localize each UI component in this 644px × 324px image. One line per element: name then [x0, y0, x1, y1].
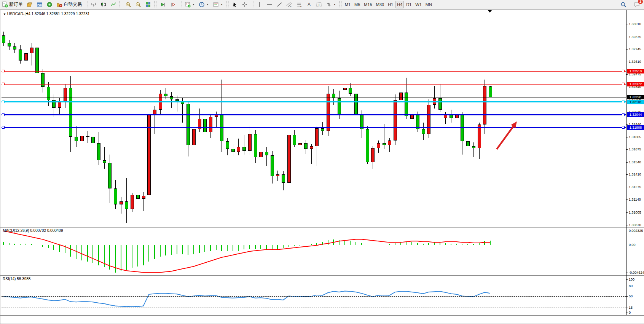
- text-button[interactable]: A: [304, 1, 314, 8]
- timeframe-button-m5[interactable]: M5: [353, 1, 362, 8]
- trendline-button[interactable]: [275, 1, 284, 8]
- timeframe-button-d1[interactable]: D1: [405, 1, 413, 8]
- chart-window-button[interactable]: [35, 1, 44, 8]
- crosshair-button[interactable]: [240, 1, 249, 8]
- macd-histogram-bar: [417, 243, 418, 245]
- line-handle[interactable]: [2, 70, 5, 72]
- candle: [399, 93, 403, 100]
- price-axis-label: 1.31275: [629, 185, 641, 189]
- notifications-button[interactable]: 1: [632, 1, 641, 8]
- bar-chart-button[interactable]: [89, 1, 98, 8]
- horizontal-line-object[interactable]: [2, 97, 626, 97]
- price-axis-label: 1.31805: [629, 135, 641, 139]
- line-handle[interactable]: [2, 113, 5, 116]
- timeframe-button-m1[interactable]: M1: [343, 1, 352, 8]
- search-button[interactable]: [619, 1, 628, 8]
- horizontal-line-object[interactable]: [2, 84, 626, 85]
- line-handle[interactable]: [622, 70, 625, 72]
- price-axis-label: 1.31140: [629, 198, 641, 201]
- chart-collapse-icon[interactable]: ▼: [3, 13, 6, 16]
- autotrading-button[interactable]: 自动交易: [55, 1, 83, 8]
- candle-wick: [104, 147, 105, 169]
- candle: [293, 135, 296, 145]
- price-axis-tick: [626, 62, 628, 62]
- candle: [282, 174, 285, 183]
- macd-histogram-bar: [294, 245, 295, 246]
- macd-histogram-bar: [87, 245, 88, 262]
- macd-histogram-bar: [434, 242, 435, 244]
- equidistant-channel-button[interactable]: E: [285, 1, 294, 8]
- timeframe-label: M5: [354, 2, 360, 7]
- fibonacci-button[interactable]: F: [295, 1, 304, 8]
- horizontal-line-button[interactable]: [265, 1, 274, 8]
- template-icon: [213, 2, 219, 8]
- macd-histogram-bar: [188, 245, 188, 255]
- horizontal-line-object[interactable]: [2, 71, 626, 72]
- macd-axis-tick: [626, 273, 628, 273]
- line-handle[interactable]: [2, 101, 5, 103]
- horizontal-line-object[interactable]: [2, 127, 626, 128]
- tile-windows-button[interactable]: [143, 1, 153, 8]
- market-watch-button[interactable]: [25, 1, 34, 8]
- macd-histogram-bar: [26, 244, 26, 245]
- chevron-down-icon: ▼: [206, 3, 209, 6]
- templates-button[interactable]: ▼: [211, 1, 225, 8]
- candle-wick: [171, 92, 172, 108]
- arrows-button[interactable]: ▼: [324, 1, 338, 8]
- line-handle[interactable]: [622, 113, 625, 116]
- line-handle[interactable]: [622, 126, 625, 129]
- price-axis-label: 1.31675: [629, 147, 641, 151]
- macd-histogram-bar: [210, 245, 211, 251]
- candlestick-chart-button[interactable]: [99, 1, 108, 8]
- vertical-line-button[interactable]: [255, 1, 264, 8]
- candle: [30, 48, 33, 53]
- chart-title: ▼ USDCAD-,H4 1.32346 1.32351 1.32229 1.3…: [3, 12, 90, 16]
- horizontal-line-object[interactable]: [2, 114, 626, 115]
- macd-histogram-bar: [148, 245, 149, 262]
- chart-window: 1.330101.328751.327451.326101.324751.323…: [0, 10, 644, 324]
- macd-histogram-bar: [115, 245, 116, 273]
- timeframe-button-h4[interactable]: H4: [395, 1, 404, 8]
- candle: [265, 152, 268, 156]
- chevron-down-icon: ▼: [333, 3, 336, 6]
- line-handle[interactable]: [622, 101, 625, 103]
- macd-histogram-bar: [98, 245, 99, 265]
- text-label-button[interactable]: T: [314, 1, 324, 8]
- gold-cube-icon: [27, 2, 33, 8]
- cursor-button[interactable]: [230, 1, 239, 8]
- timeframe-button-m15[interactable]: M15: [362, 1, 373, 8]
- candle: [69, 88, 72, 137]
- line-handle[interactable]: [2, 83, 5, 85]
- rsi-level-line: [2, 308, 626, 308]
- candle: [86, 136, 89, 137]
- price-axis-tick: [626, 49, 628, 49]
- timeframe-button-w1[interactable]: W1: [414, 1, 423, 8]
- chart-shift-button[interactable]: [168, 1, 177, 8]
- periods-button[interactable]: ▼: [197, 1, 210, 8]
- candle: [343, 88, 347, 90]
- new-order-button[interactable]: 新订单: [0, 1, 24, 8]
- macd-histogram-bar: [367, 245, 368, 245]
- macd-histogram-bar: [216, 245, 217, 250]
- price-axis-tick: [626, 187, 628, 187]
- macd-histogram-bar: [199, 245, 200, 253]
- indicators-button[interactable]: ▼: [183, 1, 196, 8]
- timeframe-button-m30[interactable]: M30: [375, 1, 386, 8]
- zoom-out-button[interactable]: [134, 1, 143, 8]
- navigator-button[interactable]: [45, 1, 54, 8]
- candle: [444, 115, 447, 118]
- macd-histogram-bar: [221, 245, 222, 251]
- horizontal-line-object[interactable]: [2, 101, 626, 102]
- rsi-level-line: [2, 286, 626, 286]
- line-chart-button[interactable]: [109, 1, 118, 8]
- timeframe-button-h1[interactable]: H1: [386, 1, 395, 8]
- price-label: 1.32510: [627, 69, 644, 73]
- line-handle[interactable]: [2, 126, 5, 129]
- line-handle[interactable]: [622, 83, 625, 85]
- price-axis-tick: [626, 200, 628, 200]
- zoom-in-button[interactable]: [124, 1, 133, 8]
- timeframe-button-mn[interactable]: MN: [424, 1, 434, 8]
- price-axis-tick: [626, 212, 628, 213]
- auto-scroll-button[interactable]: [158, 1, 167, 8]
- application-window: 新订单自动交易▼▼▼EFAT▼M1M5M15M30H1H4D1W1MN 1 1.…: [0, 0, 644, 324]
